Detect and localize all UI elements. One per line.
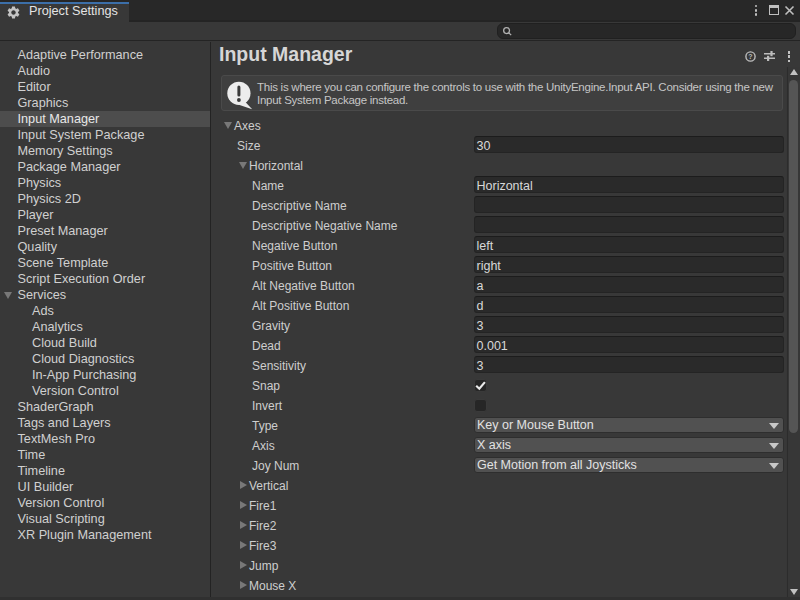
svg-text:?: ? — [748, 53, 752, 60]
